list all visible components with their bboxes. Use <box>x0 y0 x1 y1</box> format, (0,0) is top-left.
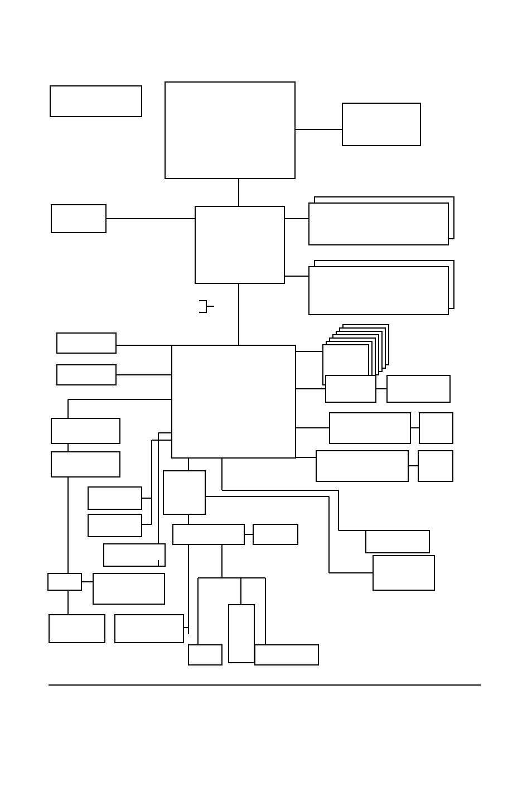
box-left-tiny <box>48 573 81 590</box>
box-left-col-b <box>51 452 120 477</box>
box-right-wide-a <box>330 413 410 443</box>
box-center-main <box>172 345 296 458</box>
box-left-pair-b <box>93 573 165 604</box>
diagram-canvas <box>0 0 532 791</box>
box-right-lower-a <box>366 530 429 553</box>
box-bottom-left-a <box>49 615 105 643</box>
box-mid-right-b-front <box>309 267 448 315</box>
box-left-col-a <box>51 418 120 443</box>
box-left-below-a <box>88 487 142 509</box>
box-top-left <box>50 86 142 117</box>
box-top-center <box>165 82 295 179</box>
box-right-wide-b <box>316 451 408 481</box>
box-bottom-mid-b <box>229 605 254 663</box>
box-left-col-c <box>104 544 165 566</box>
box-right-small-d <box>418 451 453 481</box>
box-right-small-b <box>387 375 450 402</box>
box-right-small-a <box>326 375 376 402</box>
box-mid-right-a-front <box>309 203 448 245</box>
box-bottom-left-b <box>115 615 183 643</box>
box-top-right <box>342 103 420 146</box>
box-center-strip <box>173 524 244 544</box>
box-bottom-mid-c <box>255 645 318 665</box>
box-left-small-b <box>57 365 116 385</box>
box-center-small <box>253 524 298 544</box>
box-center-below-a <box>163 471 205 514</box>
box-left-below-b <box>88 514 142 537</box>
box-mid-left <box>51 205 106 233</box>
box-right-lower-b <box>373 556 434 590</box>
box-left-small-a <box>57 333 116 353</box>
box-right-small-c <box>419 413 453 443</box>
box-bottom-mid-a <box>188 645 222 665</box>
box-mid-center <box>195 206 284 283</box>
